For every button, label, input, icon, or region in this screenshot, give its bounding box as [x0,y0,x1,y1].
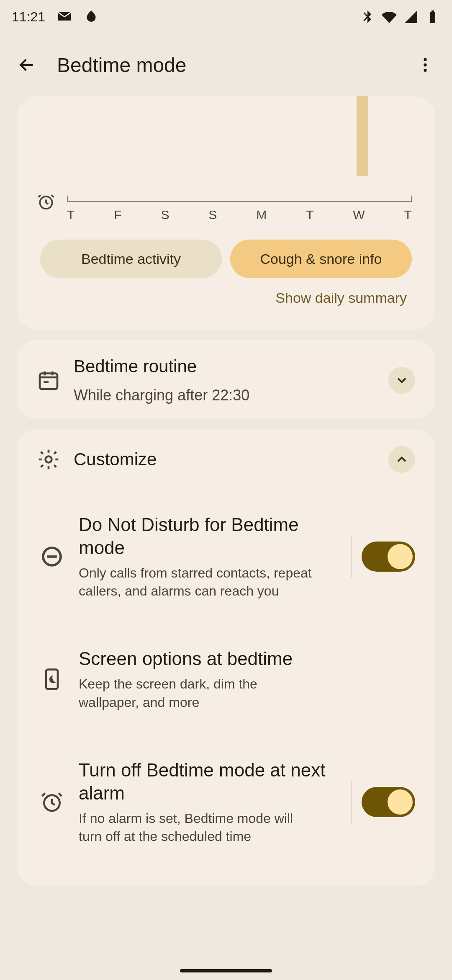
bedtime-routine-subtitle: While charging after 22:30 [74,387,375,404]
alarm-off-row[interactable]: Turn off Bedtime mode at next alarm If n… [37,735,415,869]
more-menu-button[interactable] [408,48,442,82]
dnd-title: Do Not Disturb for Bedtime mode [79,513,336,559]
screen-options-row[interactable]: Screen options at bedtime Keep the scree… [37,624,415,735]
dnd-row[interactable]: Do Not Disturb for Bedtime mode Only cal… [37,490,415,624]
customize-title: Customize [74,449,375,469]
screen-options-desc: Keep the screen dark, dim the wallpaper,… [79,675,313,711]
do-not-disturb-icon [40,545,64,568]
battery-icon [425,9,440,24]
gmail-icon [57,9,72,24]
dnd-toggle[interactable] [362,542,415,572]
chart-day-label: S [161,208,169,222]
chart-day-label: W [353,208,365,222]
alarm-icon [40,790,64,814]
chart-day-label: T [404,208,412,222]
expand-routine-button[interactable] [388,367,415,394]
status-bar: 11:21 [0,0,452,34]
alarm-off-title: Turn off Bedtime mode at next alarm [79,758,336,805]
chart-bar [357,96,368,176]
bedtime-activity-chip[interactable]: Bedtime activity [40,240,222,278]
page-title: Bedtime mode [57,54,395,77]
collapse-customize-button[interactable] [388,446,415,473]
dnd-desc: Only calls from starred contacts, repeat… [79,564,313,600]
gesture-nav-handle [180,969,272,972]
chart-day-label: S [208,208,217,222]
bluetooth-icon [360,9,375,24]
bedtime-routine-card[interactable]: Bedtime routine While charging after 22:… [17,340,435,419]
leaf-icon [84,9,99,24]
customize-card: Customize Do Not Disturb for Bedtime mod… [17,429,435,886]
cell-signal-icon [403,9,419,24]
svg-point-0 [424,58,426,61]
svg-point-5 [46,456,52,463]
bedtime-routine-title: Bedtime routine [74,356,375,377]
weekly-chart: TFSSMTWT [17,96,435,226]
app-bar: Bedtime mode [0,34,452,96]
status-time: 11:21 [12,9,45,25]
chart-day-label: F [114,208,121,222]
alarm-clock-icon [37,193,55,211]
show-daily-summary-link[interactable]: Show daily summary [17,278,435,306]
chart-day-label: T [306,208,313,222]
wifi-icon [382,9,397,24]
alarm-off-toggle[interactable] [362,787,415,817]
cough-snore-chip[interactable]: Cough & snore info [230,240,412,278]
chart-day-label: M [256,208,267,222]
svg-point-1 [424,63,426,66]
back-button[interactable] [10,48,44,82]
bedtime-chart-card: TFSSMTWT Bedtime activity Cough & snore … [17,96,435,330]
phone-moon-icon [40,668,64,691]
screen-options-title: Screen options at bedtime [79,647,415,670]
chart-day-label: T [67,208,74,222]
alarm-off-desc: If no alarm is set, Bedtime mode will tu… [79,810,313,846]
gear-icon [37,448,60,471]
svg-point-2 [424,69,426,72]
calendar-icon [37,369,60,392]
